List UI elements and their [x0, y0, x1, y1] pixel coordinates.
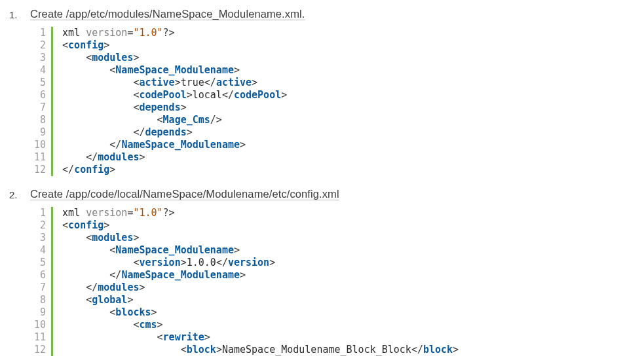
code-block: 123456789101112xml version="1.0"?> <conf…: [34, 27, 638, 176]
code-content[interactable]: xml version="1.0"?> <config> <modules> <…: [51, 207, 459, 356]
code-block: 123456789101112xml version="1.0"?> <conf…: [34, 207, 638, 356]
steps-list: Create /app/etc/modules/NameSpace_Module…: [0, 0, 642, 356]
line-number-gutter: 123456789101112: [34, 207, 51, 356]
step-item: Create /app/code/local/NameSpace/Modulen…: [0, 188, 642, 356]
step-item: Create /app/etc/modules/NameSpace_Module…: [0, 8, 642, 176]
line-number-gutter: 123456789101112: [34, 27, 51, 176]
code-content[interactable]: xml version="1.0"?> <config> <modules> <…: [51, 27, 287, 176]
step-title: Create /app/code/local/NameSpace/Modulen…: [30, 188, 642, 200]
step-title: Create /app/etc/modules/NameSpace_Module…: [30, 8, 642, 20]
